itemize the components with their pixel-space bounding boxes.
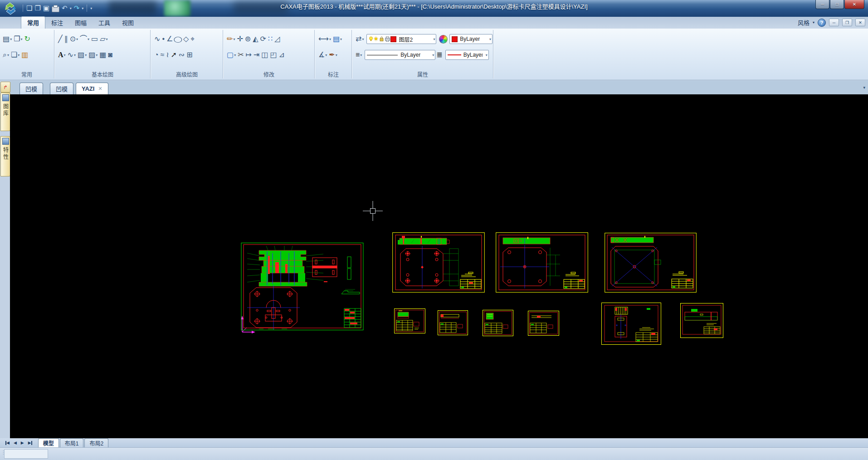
wave-icon[interactable]: ≈ [160, 49, 166, 61]
pan-icon[interactable]: ❏▾ [10, 49, 20, 61]
linetype-dropdown-icon[interactable]: ▾ [432, 53, 434, 57]
curve-icon[interactable]: ∿ [153, 33, 161, 45]
regen-icon[interactable]: ▥ [20, 49, 29, 61]
scale-icon[interactable]: ◿ [273, 33, 281, 45]
nav-first-icon[interactable]: ◀ [4, 440, 11, 445]
tab-home[interactable]: 常用 [21, 16, 45, 29]
nav-prev-icon[interactable]: ◀ [12, 440, 18, 445]
arrow-icon[interactable]: ➚ [170, 49, 177, 61]
explode-icon[interactable]: ◰ [269, 49, 278, 61]
revolve-icon[interactable]: ◔ [153, 49, 160, 61]
lineweight-icon[interactable]: ≡▾ [355, 49, 363, 61]
parallel-icon[interactable]: ∥ [63, 33, 69, 45]
drawing-canvas[interactable] [10, 94, 868, 438]
contour-icon[interactable]: ∾ [178, 49, 185, 61]
trim-icon[interactable]: ✂ [237, 49, 244, 61]
redo-dropdown-icon[interactable]: ▾ [82, 6, 83, 10]
drawing-plate-2[interactable] [496, 232, 588, 293]
extend-icon[interactable]: ↦ [245, 49, 253, 61]
linewidth-dropdown-icon[interactable]: ▾ [486, 53, 488, 57]
spline-icon[interactable]: ∿▾ [67, 49, 77, 61]
text-edit-icon[interactable]: ✒▾ [328, 49, 338, 61]
new-file-icon[interactable]: ❏ [26, 3, 32, 13]
color-wheel-icon[interactable] [439, 35, 448, 44]
command-input[interactable] [4, 449, 48, 459]
stretch-icon[interactable]: ⇥ [253, 49, 260, 61]
refresh-icon[interactable]: ↻ [24, 33, 31, 45]
mdi-restore-button[interactable]: ❐ [842, 19, 852, 26]
mdi-close-button[interactable]: ✕ [855, 19, 865, 26]
doc-tab-cavity-1[interactable]: 凹模 [20, 83, 43, 94]
library-toggle-button[interactable]: ↱ [0, 82, 10, 93]
text-icon[interactable]: A▾ [57, 49, 67, 61]
select-icon[interactable]: ▢▾ [226, 49, 237, 61]
tab-view[interactable]: 视图 [116, 17, 140, 29]
style-button[interactable]: 风格 [798, 18, 809, 27]
hatch-icon[interactable]: ▦ [98, 49, 107, 61]
gear-icon[interactable]: ⌖ [190, 33, 195, 45]
redo-icon[interactable]: ↷ [74, 3, 80, 13]
zoom-icon[interactable]: ⌕▾ [2, 49, 10, 61]
tab-model[interactable]: 模型 [38, 438, 59, 447]
color-dropdown-icon[interactable]: ▾ [489, 37, 491, 41]
tab-overflow-icon[interactable]: ▾ [863, 85, 865, 90]
fillet-icon[interactable]: ⊿ [278, 49, 286, 61]
region-icon[interactable]: ◙ [107, 49, 113, 61]
line-pattern-icon[interactable]: ≣ [435, 49, 443, 61]
array-icon[interactable]: ∷ [267, 33, 273, 45]
ellipse-icon[interactable]: ◯ [174, 33, 182, 45]
maximize-button[interactable]: □ [830, 0, 844, 9]
arc-icon[interactable]: ⌒▾ [79, 33, 90, 45]
open-file-icon[interactable]: ❐ [34, 3, 40, 13]
doc-tab-yazi[interactable]: YAZI✕ [76, 83, 108, 94]
layer-combobox[interactable]: 图层2 ▾ [366, 34, 436, 44]
copy-icon[interactable]: ❐▾ [13, 33, 23, 45]
drawing-part-large-2[interactable] [680, 303, 723, 338]
dimension-icon[interactable]: ⟷▾ [317, 33, 332, 45]
rectangle-icon[interactable]: ▭ [90, 33, 99, 45]
drawing-part-4[interactable] [528, 311, 559, 336]
layer-settings-icon[interactable]: ⇄▾ [355, 33, 365, 45]
drawing-plate-3[interactable] [605, 233, 697, 293]
minimize-button[interactable]: ─ [815, 0, 829, 9]
nav-next-icon[interactable]: ▶ [20, 440, 25, 445]
centerline-icon[interactable]: ▱▾ [99, 33, 108, 45]
undo-icon[interactable]: ↶ [62, 3, 68, 13]
drawing-main-assembly[interactable] [241, 242, 364, 331]
zigzag-icon[interactable]: ≀ [165, 49, 170, 61]
axis-icon[interactable]: ∠ [166, 33, 174, 45]
color-combobox[interactable]: ByLayer ▾ [449, 34, 493, 44]
tab-dimension[interactable]: 标注 [45, 17, 69, 29]
block-icon[interactable]: ▧▾ [77, 49, 88, 61]
point-icon[interactable]: • [161, 33, 166, 45]
layer-dropdown-icon[interactable]: ▾ [433, 37, 435, 41]
save-file-icon[interactable]: ▣ [43, 3, 49, 13]
close-button[interactable]: ✕ [844, 0, 864, 9]
tab-layout1[interactable]: 布局1 [60, 438, 84, 447]
rotate-icon[interactable]: ⟳ [259, 33, 267, 45]
erase-icon[interactable]: ✏▾ [226, 33, 236, 45]
drawing-plate-1[interactable] [392, 232, 485, 293]
drawing-part-3[interactable] [483, 310, 513, 336]
nav-last-icon[interactable]: ▶ [27, 440, 34, 445]
sidebar-tab-properties[interactable]: 特性 [0, 136, 10, 176]
toolbar-options-icon[interactable]: ▾ [90, 6, 92, 10]
line-icon[interactable]: ╱ [57, 33, 63, 45]
doc-tab-cavity-2[interactable]: 凹模 [50, 83, 73, 94]
drawing-part-2[interactable] [438, 310, 468, 335]
style-dropdown-icon[interactable]: ▾ [813, 20, 814, 24]
tab-sheet[interactable]: 图幅 [69, 17, 93, 29]
polygon-icon[interactable]: ◇ [182, 33, 190, 45]
offset-copy-icon[interactable]: ⊚ [244, 33, 252, 45]
coordinate-icon[interactable]: ▤▾ [332, 33, 343, 45]
linetype-combobox[interactable]: ByLayer ▾ [365, 50, 435, 60]
mdi-minimize-button[interactable]: ─ [829, 19, 839, 26]
sidebar-tab-library[interactable]: 图库 [0, 93, 10, 131]
insert-part-icon[interactable]: ⊞ [185, 49, 193, 61]
paste-icon[interactable]: ▤▾ [2, 33, 13, 45]
mirror-icon[interactable]: ◭ [252, 33, 259, 45]
drawing-part-large-1[interactable] [601, 303, 661, 345]
break-icon[interactable]: ◫ [260, 49, 269, 61]
print-icon[interactable] [52, 6, 59, 12]
move-icon[interactable]: ✛ [236, 33, 244, 45]
